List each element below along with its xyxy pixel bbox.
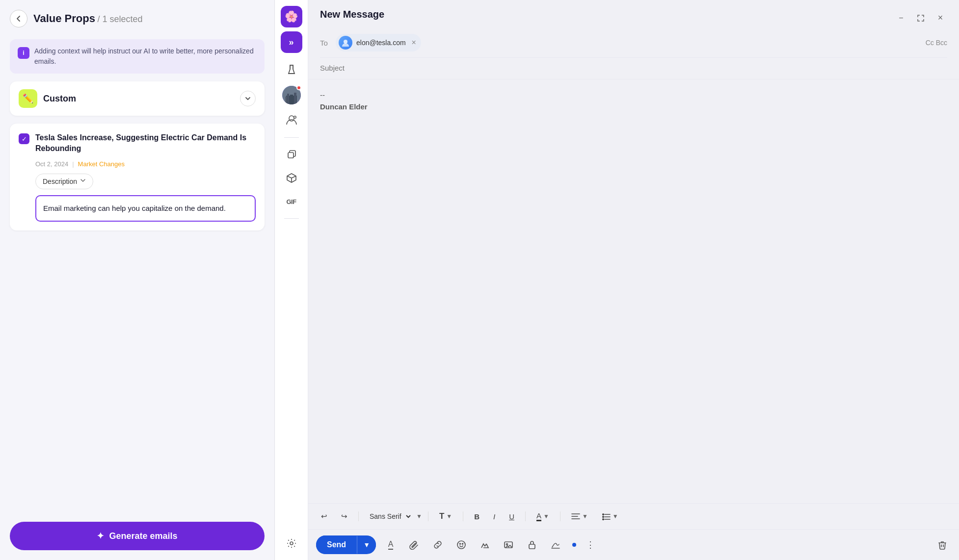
textarea-content: Email marketing can help you capitalize … xyxy=(43,203,248,214)
svg-rect-24 xyxy=(529,544,535,549)
custom-section: ✏️ Custom xyxy=(10,81,265,116)
sidebar-forward-button[interactable]: » xyxy=(281,31,302,53)
back-button[interactable] xyxy=(10,10,27,27)
emoji-button[interactable] xyxy=(453,536,470,554)
custom-label: Custom xyxy=(43,94,76,104)
description-label: Description xyxy=(43,178,77,185)
svg-rect-2 xyxy=(287,94,289,104)
more-options-icon: ⋮ xyxy=(586,539,595,550)
list-button[interactable]: ▼ xyxy=(597,509,623,523)
sidebar-gif-button[interactable]: GIF xyxy=(281,191,302,212)
svg-point-9 xyxy=(344,40,347,44)
email-compose-window: New Message − × To xyxy=(308,0,959,560)
sidebar-logo[interactable]: 🌸 xyxy=(281,6,302,27)
italic-button[interactable]: I xyxy=(488,509,500,524)
redo-button[interactable]: ↪ xyxy=(336,509,352,524)
sparkle-icon: ✦ xyxy=(97,531,104,541)
close-icon: × xyxy=(938,13,943,23)
svg-point-16 xyxy=(603,514,604,515)
toolbar-sep-1 xyxy=(358,511,359,521)
info-box: i Adding context will help instruct our … xyxy=(10,39,265,74)
font-color-icon: A xyxy=(536,511,541,521)
email-header: New Message − × To xyxy=(308,0,959,79)
custom-collapse-button[interactable] xyxy=(240,91,256,106)
maximize-button[interactable] xyxy=(914,11,928,25)
minimize-button[interactable]: − xyxy=(894,11,908,25)
article-card: ✓ Tesla Sales Increase, Suggesting Elect… xyxy=(10,124,265,230)
article-checkbox[interactable]: ✓ xyxy=(19,133,29,144)
text-size-button[interactable]: T ▼ xyxy=(434,509,457,524)
sidebar-ai-button[interactable] xyxy=(281,110,302,131)
font-color-button[interactable]: A ▼ xyxy=(532,509,554,524)
signature-button[interactable] xyxy=(547,536,564,554)
cc-bcc-button[interactable]: Cc Bcc xyxy=(926,39,947,47)
article-tag: Market Changes xyxy=(78,160,125,168)
sidebar-lab-button[interactable] xyxy=(281,59,302,80)
article-title-row: ✓ Tesla Sales Increase, Suggesting Elect… xyxy=(19,132,256,154)
toolbar-sep-4 xyxy=(525,511,526,521)
email-signature: -- Duncan Elder xyxy=(320,89,947,113)
article-title: Tesla Sales Increase, Suggesting Electri… xyxy=(35,132,256,154)
toolbar-sep-5 xyxy=(560,511,560,521)
description-textarea-box[interactable]: Email marketing can help you capitalize … xyxy=(35,195,256,222)
subject-input[interactable] xyxy=(320,64,947,72)
app-logo-icon: 🌸 xyxy=(281,6,302,27)
window-controls: − × xyxy=(894,11,947,25)
blue-indicator-dot xyxy=(572,543,576,547)
toolbar-sep-2 xyxy=(428,511,428,521)
bottom-actions: Send ▼ A xyxy=(308,529,959,560)
email-title-row: New Message − × xyxy=(320,9,947,27)
page-header: Value Props / 1 selected xyxy=(10,10,265,31)
to-row: To elon@tesla.com × Cc Bcc xyxy=(320,34,947,58)
font-family-select[interactable]: Sans Serif xyxy=(365,510,412,523)
send-button-group: Send ▼ xyxy=(316,535,376,554)
svg-rect-3 xyxy=(290,95,293,104)
underline-button[interactable]: U xyxy=(504,509,519,524)
close-button[interactable]: × xyxy=(933,11,947,25)
forward-arrow-icon: » xyxy=(289,37,293,48)
bold-button[interactable]: B xyxy=(469,509,484,524)
undo-icon: ↩ xyxy=(321,512,327,521)
formatting-toolbar: ↩ ↪ Sans Serif ▼ T ▼ B I U A ▼ xyxy=(308,503,959,529)
signature-name: Duncan Elder xyxy=(320,101,947,113)
align-button[interactable]: ▼ xyxy=(566,509,593,523)
sidebar-avatar-button[interactable] xyxy=(281,84,302,106)
checkmark-icon: ✓ xyxy=(22,135,27,143)
insert-image-button[interactable] xyxy=(500,536,517,554)
color-arrow: ▼ xyxy=(543,513,549,520)
signature-separator: -- xyxy=(320,89,947,101)
sidebar-cube-button[interactable] xyxy=(281,167,302,189)
page-title: Value Props / 1 selected xyxy=(33,12,142,25)
confidential-button[interactable] xyxy=(523,536,541,554)
send-dropdown-button[interactable]: ▼ xyxy=(357,536,376,554)
send-button[interactable]: Send xyxy=(316,535,357,554)
notification-dot xyxy=(296,85,301,90)
article-meta: Oct 2, 2024 | Market Changes xyxy=(19,160,256,168)
sidebar-settings-button[interactable] xyxy=(281,533,302,554)
custom-icon: ✏️ xyxy=(19,89,37,108)
attach-file-button[interactable] xyxy=(405,536,423,554)
toolbar-sep-3 xyxy=(463,511,463,521)
insert-link-button[interactable] xyxy=(429,536,447,554)
generate-emails-button[interactable]: ✦ Generate emails xyxy=(10,522,265,550)
info-icon: i xyxy=(18,47,29,59)
description-dropdown: Description xyxy=(35,174,256,189)
svg-rect-5 xyxy=(285,97,287,104)
svg-point-17 xyxy=(603,516,604,517)
sidebar-copy-button[interactable] xyxy=(281,144,302,165)
svg-point-21 xyxy=(462,543,463,544)
email-body[interactable]: -- Duncan Elder xyxy=(308,79,959,503)
drive-button[interactable] xyxy=(476,536,494,554)
discard-button[interactable] xyxy=(933,536,951,554)
italic-icon: I xyxy=(493,512,495,521)
more-options-button[interactable]: ⋮ xyxy=(582,536,600,554)
undo-button[interactable]: ↩ xyxy=(316,509,332,524)
sidebar-divider-top xyxy=(284,137,299,138)
sidebar: 🌸 » xyxy=(275,0,308,560)
list-arrow: ▼ xyxy=(613,513,618,520)
recipient-remove-button[interactable]: × xyxy=(412,38,416,47)
text-format-button[interactable]: A xyxy=(382,536,400,554)
custom-left: ✏️ Custom xyxy=(19,89,76,108)
description-button[interactable]: Description xyxy=(35,174,93,189)
svg-point-18 xyxy=(603,519,604,520)
